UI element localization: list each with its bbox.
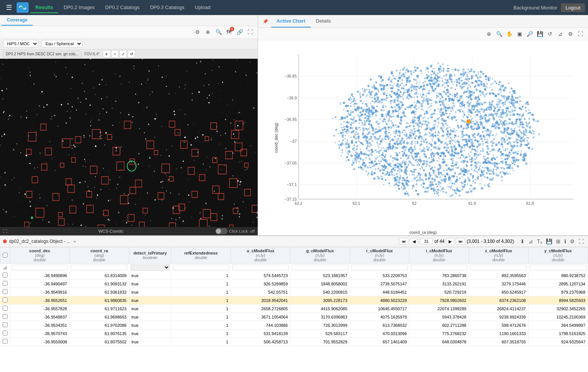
target-icon[interactable]: ⊕	[203, 27, 212, 37]
filter-i-input[interactable]	[411, 265, 467, 270]
hamburger-menu[interactable]: ☰	[3, 2, 15, 13]
text-format-icon[interactable]: Tₐ	[536, 237, 543, 245]
col-header-coord-ra[interactable]: coord_ra (deg) double	[69, 247, 129, 264]
col-header-z-cmodelflux[interactable]: z_cModelFlux (nJy) double	[469, 247, 528, 264]
col-header-detect-is-primary[interactable]: detect_isPrimary boolean	[129, 247, 171, 264]
row-checkbox-cell[interactable]	[0, 321, 10, 329]
filter-u[interactable]	[231, 264, 290, 272]
filter-g-input[interactable]	[292, 265, 348, 270]
table-row[interactable]: -36.9550008 61.8075502 true 1 506.425871…	[0, 338, 588, 346]
col-header-u-cmodelflux[interactable]: u_cModelFlux (nJy) double	[231, 247, 290, 264]
toggle-switch[interactable]	[215, 228, 228, 234]
row-checkbox[interactable]	[3, 314, 8, 319]
layers-icon[interactable]: 🗺 5	[225, 27, 234, 37]
filter-coord-ra[interactable]	[69, 264, 129, 272]
filter-ref-extendedness[interactable]	[171, 264, 231, 272]
chart-settings-icon[interactable]: ⚙	[566, 29, 575, 38]
chart-pan-icon[interactable]: ✋	[505, 29, 514, 38]
select-all-checkbox[interactable]	[3, 253, 8, 258]
table-options-icon[interactable]: ⊞	[555, 237, 562, 245]
link-icon[interactable]: 🔗	[235, 27, 244, 37]
expand-panel-icon[interactable]: ⛶	[3, 229, 7, 233]
download-icon[interactable]: ⬇	[519, 237, 526, 245]
col-header-y-cmodelflux[interactable]: y_cModelFlux (nJy) double	[528, 247, 588, 264]
expand-icon[interactable]: ⛶	[246, 27, 255, 37]
table-expand-icon[interactable]: ⛶	[577, 237, 585, 245]
filter-r-input[interactable]	[351, 265, 408, 270]
settings-tool-icon[interactable]: ⚙	[193, 27, 202, 37]
col-header-ref-extendedness[interactable]: refExtendedness double	[171, 247, 231, 264]
chart-zoom-in-icon[interactable]: 🔍	[495, 29, 504, 38]
zoom-reset-button[interactable]: ↺	[128, 50, 135, 58]
row-checkbox[interactable]	[3, 281, 8, 286]
filter-detect-is-primary-select[interactable]: true false	[130, 264, 170, 271]
nav-tab-dp02-catalogs[interactable]: DP0.2 Catalogs	[100, 2, 145, 13]
chart-select-icon[interactable]: ▣	[515, 29, 524, 38]
table-row[interactable]: -36.9490896 61.8314009 true 1 574.544572…	[0, 271, 588, 280]
row-checkbox[interactable]	[3, 331, 8, 335]
chart-add-icon[interactable]: ⊕	[484, 29, 493, 38]
nav-tab-dp03-catalogs[interactable]: DP0.3 Catalogs	[145, 2, 189, 13]
table-row[interactable]: -36.9490497 61.9093132 true 1 926.528985…	[0, 280, 588, 288]
coord-system-select[interactable]: Equ / Spherical	[41, 40, 82, 47]
col-header-i-cmodelflux[interactable]: i_cModelFlux (nJy) double	[409, 247, 469, 264]
chart-save-icon[interactable]: 💾	[535, 29, 544, 38]
col-header-r-cmodelflux[interactable]: r_cModelFlux (nJy) double	[350, 247, 409, 264]
row-checkbox-cell[interactable]	[0, 305, 10, 313]
filter-z-input[interactable]	[470, 265, 527, 270]
table-row[interactable]: -36.9549916 61.9361832 true 1 542.55751 …	[0, 288, 588, 296]
page-next-button[interactable]: ▶	[446, 238, 454, 245]
col-header-coord-dec[interactable]: coord_dec (deg) double	[10, 247, 70, 264]
table-close-button[interactable]: ×	[73, 239, 76, 244]
row-checkbox[interactable]	[3, 289, 8, 294]
row-checkbox-cell[interactable]	[0, 338, 10, 346]
filter-coord-dec-input[interactable]	[12, 265, 68, 270]
col-header-checkbox[interactable]	[0, 247, 10, 264]
table-info-icon[interactable]: ℹ	[563, 237, 567, 245]
filter-z[interactable]	[469, 264, 528, 272]
filter-coord-dec[interactable]	[10, 264, 70, 272]
row-checkbox-cell[interactable]	[0, 296, 10, 305]
zoom-fit-button[interactable]: ⤢	[119, 50, 127, 58]
nav-tab-dp02-images[interactable]: DP0.2 Images	[58, 2, 100, 13]
map-canvas[interactable]	[0, 59, 258, 227]
page-first-button[interactable]: ⏮	[399, 238, 408, 245]
filter-y[interactable]	[528, 264, 588, 272]
background-monitor-link[interactable]: Background Monitor	[513, 5, 557, 11]
zoom-out-button[interactable]: −	[111, 50, 119, 58]
col-header-g-cmodelflux[interactable]: g_cModelFlux (nJy) double	[290, 247, 350, 264]
row-checkbox[interactable]	[3, 297, 8, 302]
page-last-button[interactable]: ⏭	[456, 238, 465, 245]
filter-i[interactable]	[409, 264, 469, 272]
hips-moc-select[interactable]: HiPS / MOC	[3, 40, 38, 47]
row-checkbox-cell[interactable]	[0, 288, 10, 296]
table-row[interactable]: -36.9548837 61.9698663 true 1 3671.10540…	[0, 313, 588, 321]
table-row[interactable]: -36.9570743 61.9076135 true 1 531.941813…	[0, 329, 588, 338]
tab-coverage[interactable]: Coverage	[2, 15, 33, 26]
chart-reset-icon[interactable]: ↺	[545, 29, 554, 38]
row-checkbox[interactable]	[3, 322, 8, 327]
filter-u-input[interactable]	[232, 265, 289, 270]
page-number-input[interactable]	[420, 238, 433, 244]
row-checkbox-cell[interactable]	[0, 313, 10, 321]
tab-details[interactable]: Details	[311, 15, 336, 27]
table-save-icon[interactable]: 💾	[545, 237, 553, 245]
search-icon[interactable]: 🔍	[214, 27, 223, 37]
chart-filter-icon[interactable]: ⊿	[556, 29, 565, 38]
row-checkbox[interactable]	[3, 339, 8, 344]
pin-icon[interactable]: 📌	[260, 17, 271, 26]
filter-detect-is-primary[interactable]: true false	[129, 264, 171, 272]
row-checkbox-cell[interactable]	[0, 280, 10, 288]
row-checkbox-cell[interactable]	[0, 271, 10, 280]
filter-ref-extendedness-input[interactable]	[173, 265, 229, 270]
nav-tab-upload[interactable]: Upload	[189, 2, 215, 13]
page-prev-button[interactable]: ◀	[410, 238, 418, 245]
zoom-in-button[interactable]: +	[103, 50, 110, 58]
nav-tab-results[interactable]: Results	[30, 2, 58, 13]
table-row[interactable]: -36.9552651 61.9860835 true 1 2018.95420…	[0, 296, 588, 305]
table-settings-icon[interactable]: ⚙	[569, 237, 576, 245]
row-checkbox[interactable]	[3, 273, 8, 277]
row-checkbox[interactable]	[3, 306, 8, 311]
chart-expand-icon[interactable]: ⛶	[576, 29, 585, 38]
table-filter-icon[interactable]: ⊿	[527, 237, 534, 245]
